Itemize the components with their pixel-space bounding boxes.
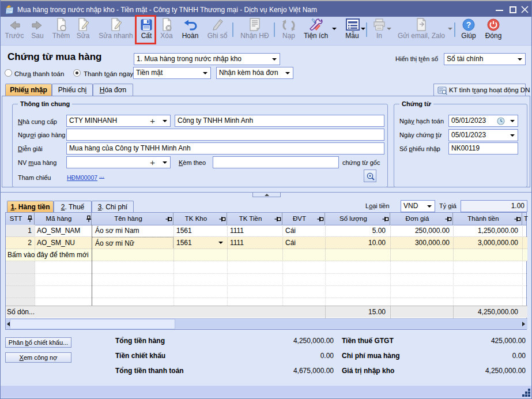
svg-text:?: ? <box>466 20 471 29</box>
